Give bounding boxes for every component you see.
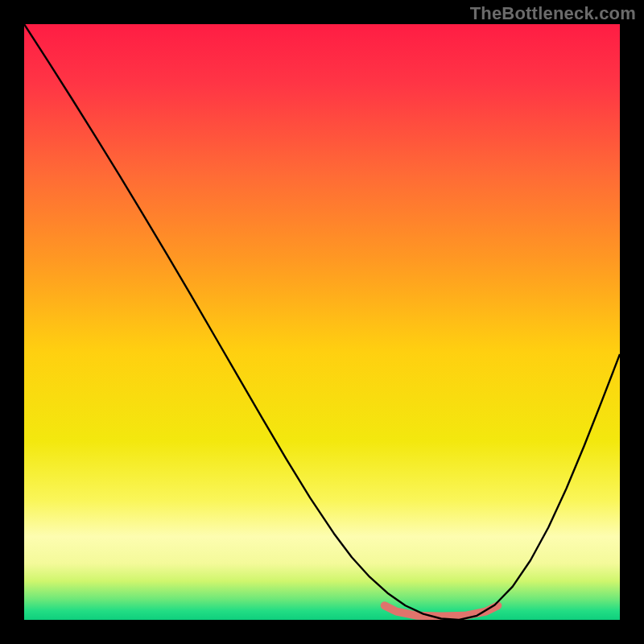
plot-area xyxy=(24,24,620,620)
gradient-background xyxy=(24,24,620,620)
chart-svg xyxy=(24,24,620,620)
watermark-text: TheBottleneck.com xyxy=(470,3,636,24)
chart-frame: TheBottleneck.com xyxy=(0,0,644,644)
